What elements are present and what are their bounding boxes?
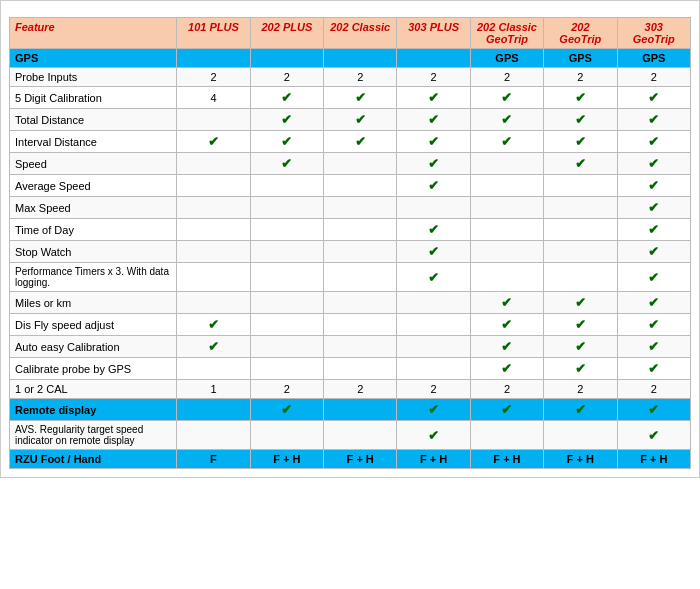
check-mark: ✔ (648, 402, 659, 417)
table-row: GPSGPSGPSGPS (10, 49, 691, 68)
value-cell (177, 421, 250, 450)
check-mark: ✔ (501, 361, 512, 376)
value-cell: ✔ (397, 131, 470, 153)
value-cell: ✔ (397, 219, 470, 241)
value-cell: ✔ (617, 175, 690, 197)
comparison-table: Feature 101 PLUS 202 PLUS 202 Classic 30… (9, 17, 691, 469)
value-cell: ✔ (470, 314, 543, 336)
value-cell: ✔ (250, 131, 323, 153)
check-mark: ✔ (428, 90, 439, 105)
value-cell (250, 336, 323, 358)
value-cell: ✔ (324, 87, 397, 109)
value-cell: 2 (617, 68, 690, 87)
check-mark: ✔ (428, 270, 439, 285)
feature-cell: Max Speed (10, 197, 177, 219)
feature-cell: Miles or km (10, 292, 177, 314)
check-mark: ✔ (575, 361, 586, 376)
value-cell: F + H (250, 450, 323, 469)
value-cell: GPS (617, 49, 690, 68)
value-cell: GPS (544, 49, 617, 68)
value-cell (470, 219, 543, 241)
value-cell: ✔ (544, 87, 617, 109)
value-cell: ✔ (397, 175, 470, 197)
value-cell: ✔ (617, 292, 690, 314)
feature-cell: Time of Day (10, 219, 177, 241)
check-mark: ✔ (428, 134, 439, 149)
feature-cell: Calibrate probe by GPS (10, 358, 177, 380)
value-cell: ✔ (544, 131, 617, 153)
value-cell (324, 314, 397, 336)
check-mark: ✔ (428, 402, 439, 417)
table-row: Auto easy Calibration✔✔✔✔ (10, 336, 691, 358)
value-cell (177, 358, 250, 380)
value-cell: ✔ (617, 241, 690, 263)
value-cell: ✔ (544, 109, 617, 131)
table-row: Probe Inputs2222222 (10, 68, 691, 87)
check-mark: ✔ (648, 90, 659, 105)
value-cell: ✔ (470, 87, 543, 109)
value-cell: ✔ (397, 241, 470, 263)
value-cell (544, 263, 617, 292)
feature-cell: Interval Distance (10, 131, 177, 153)
value-cell: ✔ (544, 399, 617, 421)
table-row: Time of Day✔✔ (10, 219, 691, 241)
value-cell (397, 292, 470, 314)
check-mark: ✔ (281, 156, 292, 171)
check-mark: ✔ (648, 156, 659, 171)
check-mark: ✔ (501, 112, 512, 127)
feature-cell: Probe Inputs (10, 68, 177, 87)
value-cell: ✔ (470, 131, 543, 153)
feature-cell: Average Speed (10, 175, 177, 197)
value-cell (470, 421, 543, 450)
check-mark: ✔ (501, 402, 512, 417)
value-cell (250, 241, 323, 263)
value-cell (177, 292, 250, 314)
value-cell (324, 263, 397, 292)
value-cell: ✔ (617, 314, 690, 336)
check-mark: ✔ (501, 339, 512, 354)
check-mark: ✔ (648, 295, 659, 310)
check-mark: ✔ (428, 178, 439, 193)
value-cell (470, 153, 543, 175)
value-cell (324, 336, 397, 358)
feature-cell: AVS. Regularity target speed indicator o… (10, 421, 177, 450)
check-mark: ✔ (648, 317, 659, 332)
value-cell (250, 314, 323, 336)
value-cell (544, 219, 617, 241)
value-cell (177, 197, 250, 219)
value-cell: ✔ (617, 421, 690, 450)
value-cell: F + H (397, 450, 470, 469)
check-mark: ✔ (208, 339, 219, 354)
value-cell: ✔ (470, 292, 543, 314)
value-cell (324, 292, 397, 314)
col-header-c5: 202 Classic GeoTrip (470, 18, 543, 49)
value-cell: GPS (470, 49, 543, 68)
value-cell: ✔ (617, 336, 690, 358)
value-cell: ✔ (250, 87, 323, 109)
value-cell: 2 (250, 68, 323, 87)
value-cell (544, 197, 617, 219)
value-cell (544, 241, 617, 263)
check-mark: ✔ (355, 112, 366, 127)
value-cell: 2 (250, 380, 323, 399)
value-cell (470, 263, 543, 292)
table-header-row: Feature 101 PLUS 202 PLUS 202 Classic 30… (10, 18, 691, 49)
col-header-feature: Feature (10, 18, 177, 49)
table-row: Max Speed✔ (10, 197, 691, 219)
value-cell (250, 421, 323, 450)
value-cell: ✔ (544, 358, 617, 380)
value-cell: ✔ (324, 131, 397, 153)
check-mark: ✔ (428, 428, 439, 443)
value-cell: ✔ (470, 336, 543, 358)
value-cell (324, 421, 397, 450)
value-cell: ✔ (324, 109, 397, 131)
feature-cell: Remote display (10, 399, 177, 421)
value-cell (250, 219, 323, 241)
table-row: AVS. Regularity target speed indicator o… (10, 421, 691, 450)
feature-cell: 1 or 2 CAL (10, 380, 177, 399)
feature-cell: Auto easy Calibration (10, 336, 177, 358)
value-cell: ✔ (177, 131, 250, 153)
check-mark: ✔ (648, 112, 659, 127)
value-cell: F + H (470, 450, 543, 469)
table-row: Miles or km✔✔✔ (10, 292, 691, 314)
